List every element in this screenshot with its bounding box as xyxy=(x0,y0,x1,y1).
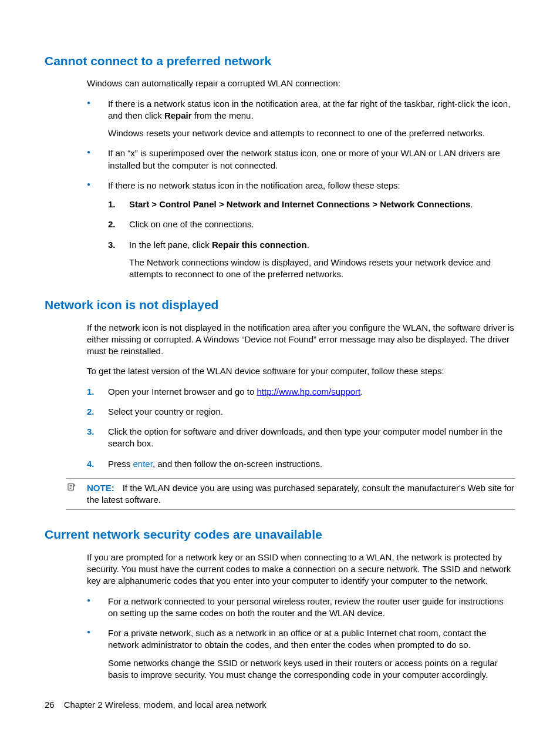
sub-paragraph: Windows resets your network device and a… xyxy=(108,127,515,139)
text: . xyxy=(470,199,473,209)
nested-steps: Start > Control Panel > Network and Inte… xyxy=(108,199,515,280)
text: In the left pane, click xyxy=(129,240,212,250)
step-item: Start > Control Panel > Network and Inte… xyxy=(108,199,515,210)
step-item: Click on one of the connections. xyxy=(108,219,515,230)
text: For a private network, such as a network… xyxy=(108,628,486,650)
step-item: Press enter, and then follow the on-scre… xyxy=(87,458,515,470)
repair-bold: Repair xyxy=(164,110,192,120)
text: , and then follow the on-screen instruct… xyxy=(153,459,322,469)
step-item: Click the option for software and driver… xyxy=(87,426,515,450)
step-item: In the left pane, click Repair this conn… xyxy=(108,239,515,281)
note-box: NOTE:If the WLAN device you are using wa… xyxy=(66,478,515,510)
page-footer: 26Chapter 2 Wireless, modem, and local a… xyxy=(45,699,266,711)
note-text: If the WLAN device you are using was pur… xyxy=(87,483,514,505)
section2-steps: Open your Internet browser and go to htt… xyxy=(87,386,515,470)
text: . xyxy=(307,240,309,250)
text: Press xyxy=(108,459,133,469)
list-item: For a private network, such as a network… xyxy=(87,627,515,681)
section3-body: If you are prompted for a network key or… xyxy=(87,552,515,681)
section1-intro: Windows can automatically repair a corru… xyxy=(87,78,515,89)
list-item: If there is no network status icon in th… xyxy=(87,180,515,281)
document-page: Cannot connect to a preferred network Wi… xyxy=(0,0,560,746)
note-content: NOTE:If the WLAN device you are using wa… xyxy=(87,482,515,506)
section2-p2: To get the latest version of the WLAN de… xyxy=(87,365,515,377)
page-number: 26 xyxy=(45,700,55,710)
step-item: Open your Internet browser and go to htt… xyxy=(87,386,515,398)
section2-body: If the network icon is not displayed in … xyxy=(87,322,515,510)
list-item: For a network connected to your personal… xyxy=(87,596,515,620)
text: Open your Internet browser and go to xyxy=(108,387,257,396)
step-item: Select your country or region. xyxy=(87,406,515,418)
text: . xyxy=(360,387,363,396)
step1-bold: Start > Control Panel > Network and Inte… xyxy=(129,199,470,209)
section3-p1: If you are prompted for a network key or… xyxy=(87,552,515,587)
heading-cannot-connect: Cannot connect to a preferred network xyxy=(45,53,515,69)
heading-network-icon: Network icon is not displayed xyxy=(45,297,515,313)
section2-p1: If the network icon is not displayed in … xyxy=(87,322,515,358)
step3-bold: Repair this connection xyxy=(212,240,307,250)
text: If there is no network status icon in th… xyxy=(108,180,400,190)
support-link[interactable]: http://www.hp.com/support xyxy=(257,387,360,396)
heading-security-codes: Current network security codes are unava… xyxy=(45,526,515,543)
text: from the menu. xyxy=(192,110,254,120)
list-item: If an “x” is superimposed over the netwo… xyxy=(87,147,515,172)
section1-body: Windows can automatically repair a corru… xyxy=(87,78,515,280)
note-label: NOTE: xyxy=(87,483,114,493)
list-item: If there is a network status icon in the… xyxy=(87,98,515,140)
note-icon xyxy=(66,482,77,495)
section3-bullets: For a network connected to your personal… xyxy=(87,596,515,681)
sub-paragraph: Some networks change the SSID or network… xyxy=(108,657,515,681)
section1-bullets: If there is a network status icon in the… xyxy=(87,98,515,281)
chapter-label: Chapter 2 Wireless, modem, and local are… xyxy=(64,700,266,710)
sub-paragraph: The Network connections window is displa… xyxy=(129,257,515,281)
enter-keyword: enter xyxy=(133,459,153,469)
